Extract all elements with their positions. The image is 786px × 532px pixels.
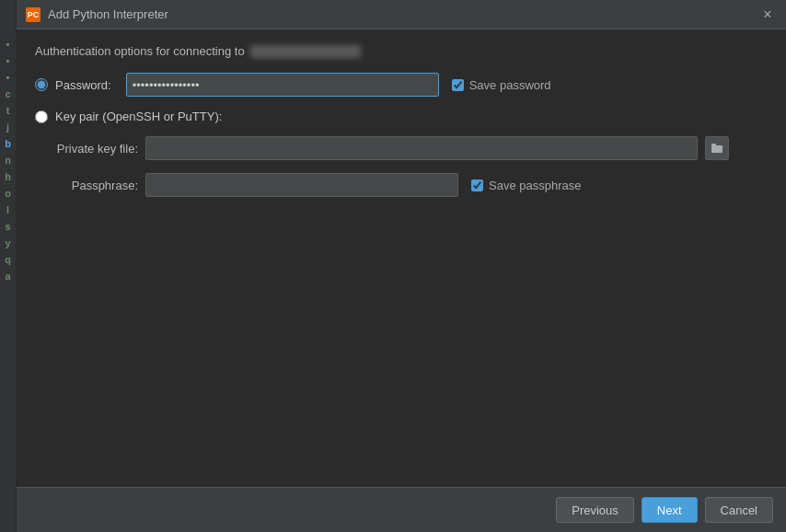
sidebar-letter: t <box>6 103 10 118</box>
sidebar-letter: o <box>5 186 11 201</box>
previous-button[interactable]: Previous <box>556 497 634 523</box>
private-key-row: Private key file: <box>55 136 768 160</box>
passphrase-input[interactable] <box>145 173 458 197</box>
sidebar-letter: c <box>5 87 10 101</box>
private-key-input[interactable] <box>145 136 698 160</box>
sidebar-letter: • <box>6 37 10 52</box>
cancel-button[interactable]: Cancel <box>705 497 773 523</box>
browse-button[interactable] <box>705 136 729 160</box>
svg-rect-1 <box>711 144 716 146</box>
next-button[interactable]: Next <box>642 497 698 523</box>
save-passphrase-label: Save passphrase <box>489 179 581 192</box>
passphrase-row: Passphrase: Save passphrase <box>55 173 768 197</box>
save-password-group: Save password <box>452 78 551 92</box>
form-section: Password: Save password Key pair (OpenSS… <box>35 73 768 197</box>
keypair-radio-row: Key pair (OpenSSH or PuTTY): <box>35 110 768 123</box>
sidebar-letter-active: b <box>5 136 11 151</box>
sidebar-letter: s <box>5 219 10 234</box>
sidebar-letter: • <box>6 70 10 85</box>
save-passphrase-checkbox[interactable] <box>471 179 483 191</box>
app-icon: PC <box>26 7 40 22</box>
sidebar-letter: q <box>5 252 11 267</box>
auth-heading: Authentication options for connecting to <box>35 44 768 58</box>
main-dialog: PC Add Python Interpreter × Authenticati… <box>17 0 786 532</box>
keypair-radio[interactable] <box>35 110 48 123</box>
dialog-content: Authentication options for connecting to… <box>17 29 786 487</box>
sidebar-letter: n <box>5 153 11 168</box>
sidebar-letter: l <box>6 202 9 217</box>
sidebar-strip: • • • c t j b n h o l s y q a <box>0 0 17 532</box>
passphrase-label: Passphrase: <box>55 179 138 192</box>
keypair-radio-label: Key pair (OpenSSH or PuTTY): <box>55 110 222 123</box>
password-input[interactable] <box>126 73 439 97</box>
password-field-group: Save password <box>126 73 768 97</box>
save-password-checkbox[interactable] <box>452 79 464 91</box>
bottom-bar: Previous Next Cancel <box>17 487 786 532</box>
password-radio-label: Password: <box>55 78 111 92</box>
sidebar-letter: a <box>5 269 10 283</box>
save-passphrase-group: Save passphrase <box>471 179 581 192</box>
title-bar: PC Add Python Interpreter × <box>17 0 786 29</box>
sidebar-letter: j <box>6 120 9 134</box>
sidebar-letter: h <box>5 169 11 184</box>
save-password-label: Save password <box>469 78 551 92</box>
svg-rect-0 <box>711 145 722 153</box>
password-radio[interactable] <box>35 78 48 91</box>
host-blur <box>250 45 361 58</box>
sidebar-letter: • <box>6 53 10 68</box>
password-radio-row: Password: Save password <box>35 73 768 97</box>
private-key-label: Private key file: <box>55 142 138 156</box>
dialog-title: Add Python Interpreter <box>48 7 758 21</box>
folder-icon <box>711 144 722 153</box>
sidebar-letter: y <box>5 236 10 250</box>
close-button[interactable]: × <box>758 6 777 24</box>
